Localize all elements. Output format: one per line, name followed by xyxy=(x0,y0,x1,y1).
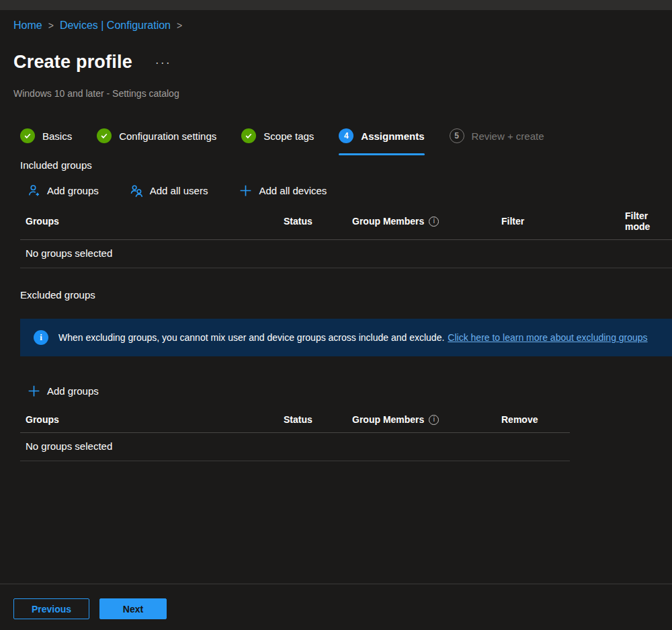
plus-icon xyxy=(27,384,41,398)
add-groups-button-excluded[interactable]: Add groups xyxy=(27,384,99,398)
step-label: Review + create xyxy=(472,130,544,142)
excluded-groups-heading: Excluded groups xyxy=(20,289,672,301)
step-scope-tags[interactable]: Scope tags xyxy=(241,128,314,145)
previous-button[interactable]: Previous xyxy=(13,598,89,619)
excluded-groups-toolbar: Add groups xyxy=(27,384,672,398)
empty-state-text: No groups selected xyxy=(20,240,672,268)
portal-top-bar xyxy=(0,0,672,10)
check-icon xyxy=(97,128,112,143)
step-review-create: 5 Review + create xyxy=(450,128,544,145)
banner-message: When excluding groups, you cannot mix us… xyxy=(58,332,648,343)
wizard-steps: Basics Configuration settings Scope tags… xyxy=(20,128,672,145)
step-label: Scope tags xyxy=(263,130,314,142)
check-icon xyxy=(241,128,256,143)
breadcrumb-separator: > xyxy=(42,20,60,31)
more-menu-button[interactable]: ··· xyxy=(153,56,174,69)
step-number-badge: 4 xyxy=(339,128,353,143)
wizard-footer: Previous Next xyxy=(0,584,672,630)
step-number-badge: 5 xyxy=(450,128,464,143)
page-title: Create profile xyxy=(13,52,132,73)
table-divider xyxy=(20,268,672,268)
column-group-members: Group Members i xyxy=(352,216,501,227)
included-groups-toolbar: Add groups Add all users Add all devices xyxy=(27,184,672,198)
column-group-members-label: Group Members xyxy=(352,414,424,425)
table-divider xyxy=(20,461,570,461)
next-button[interactable]: Next xyxy=(99,598,167,619)
add-all-devices-button[interactable]: Add all devices xyxy=(239,184,327,198)
column-status: Status xyxy=(284,414,352,425)
step-configuration-settings[interactable]: Configuration settings xyxy=(97,128,216,145)
page-subtitle: Windows 10 and later - Settings catalog xyxy=(13,88,672,99)
banner-learn-more-link[interactable]: Click here to learn more about excluding… xyxy=(448,332,647,343)
step-label: Basics xyxy=(42,130,72,142)
breadcrumb-separator: > xyxy=(171,20,188,31)
excluded-groups-table: Groups Status Group Members i Remove No … xyxy=(20,408,570,461)
plus-icon xyxy=(239,184,253,198)
included-groups-heading: Included groups xyxy=(20,159,672,171)
empty-state-text: No groups selected xyxy=(20,433,570,461)
add-groups-label: Add groups xyxy=(47,385,99,397)
add-groups-label: Add groups xyxy=(47,185,99,196)
step-basics[interactable]: Basics xyxy=(20,128,72,145)
step-assignments[interactable]: 4 Assignments xyxy=(339,128,424,145)
breadcrumb: Home > Devices | Configuration > xyxy=(13,19,672,32)
check-icon xyxy=(20,128,35,143)
column-groups: Groups xyxy=(20,414,284,425)
column-filter: Filter xyxy=(501,216,625,227)
add-all-users-button[interactable]: Add all users xyxy=(130,184,208,198)
info-filled-icon: i xyxy=(34,330,48,345)
info-icon[interactable]: i xyxy=(429,216,439,227)
step-label: Configuration settings xyxy=(119,130,216,142)
table-header-row: Groups Status Group Members i Filter Fil… xyxy=(20,204,672,239)
banner-message-text: When excluding groups, you cannot mix us… xyxy=(58,332,444,343)
column-status: Status xyxy=(284,216,352,227)
column-group-members-label: Group Members xyxy=(352,216,424,227)
included-groups-table: Groups Status Group Members i Filter Fil… xyxy=(20,204,672,268)
column-groups: Groups xyxy=(20,216,284,227)
breadcrumb-home[interactable]: Home xyxy=(13,19,42,32)
table-header-row: Groups Status Group Members i Remove xyxy=(20,408,570,432)
column-filter-mode: Filter mode xyxy=(625,210,672,232)
breadcrumb-devices-configuration[interactable]: Devices | Configuration xyxy=(60,19,171,32)
step-label: Assignments xyxy=(361,130,424,142)
info-banner: i When excluding groups, you cannot mix … xyxy=(20,319,672,356)
info-icon[interactable]: i xyxy=(429,415,439,425)
add-groups-button[interactable]: Add groups xyxy=(27,184,99,198)
person-add-icon xyxy=(27,184,41,198)
column-remove: Remove xyxy=(501,414,570,425)
column-group-members: Group Members i xyxy=(352,414,501,425)
add-all-devices-label: Add all devices xyxy=(259,185,327,196)
people-icon xyxy=(130,184,144,198)
add-all-users-label: Add all users xyxy=(150,185,208,196)
